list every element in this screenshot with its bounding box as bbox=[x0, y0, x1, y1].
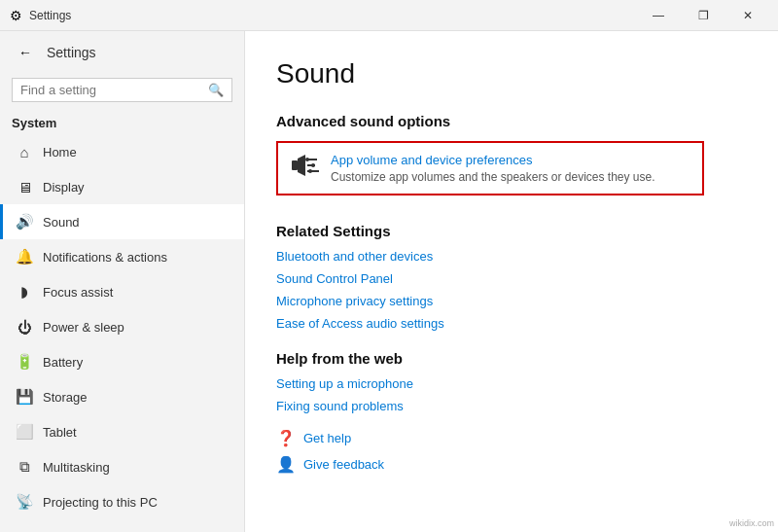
sidebar-top: ← Settings bbox=[0, 31, 244, 74]
watermark: wikidix.com bbox=[729, 518, 774, 528]
sidebar-label-multitasking: Multitasking bbox=[43, 460, 110, 475]
related-link-2[interactable]: Microphone privacy settings bbox=[276, 294, 747, 308]
help-heading: Help from the web bbox=[276, 350, 747, 367]
main-layout: ← Settings 🔍 System ⌂ Home 🖥 Display 🔊 S… bbox=[0, 31, 778, 532]
related-link-1[interactable]: Sound Control Panel bbox=[276, 271, 747, 286]
sidebar-label-power: Power & sleep bbox=[43, 320, 124, 335]
sidebar-item-notifications[interactable]: 🔔 Notifications & actions bbox=[0, 239, 244, 274]
sidebar-icon-tablet: ⬜ bbox=[16, 423, 33, 441]
sidebar-icon-sound: 🔊 bbox=[16, 213, 33, 231]
related-link-3[interactable]: Ease of Access audio settings bbox=[276, 316, 747, 331]
back-button[interactable]: ← bbox=[12, 39, 39, 66]
help-links-container: Setting up a microphoneFixing sound prob… bbox=[276, 376, 747, 413]
sidebar: ← Settings 🔍 System ⌂ Home 🖥 Display 🔊 S… bbox=[0, 31, 245, 532]
sidebar-item-power[interactable]: ⏻ Power & sleep bbox=[0, 309, 244, 344]
bottom-link-icon-1: 👤 bbox=[276, 455, 296, 474]
related-link-0[interactable]: Bluetooth and other devices bbox=[276, 249, 747, 264]
settings-icon: ⚙ bbox=[8, 8, 23, 23]
sidebar-label-notifications: Notifications & actions bbox=[43, 250, 167, 265]
sidebar-label-sound: Sound bbox=[43, 215, 80, 230]
bottom-links: ❓ Get help 👤 Give feedback bbox=[276, 429, 747, 474]
window-controls: — ❐ ✕ bbox=[636, 0, 770, 31]
sidebar-label-home: Home bbox=[43, 145, 77, 160]
bottom-link-item-0[interactable]: ❓ Get help bbox=[276, 429, 747, 447]
related-links-container: Bluetooth and other devicesSound Control… bbox=[276, 249, 747, 331]
svg-point-5 bbox=[311, 163, 315, 167]
sidebar-item-projecting[interactable]: 📡 Projecting to this PC bbox=[0, 484, 244, 519]
system-section-label: System bbox=[0, 110, 244, 134]
restore-button[interactable]: ❐ bbox=[681, 0, 725, 31]
title-bar-title: Settings bbox=[29, 9, 636, 22]
bottom-link-text-1[interactable]: Give feedback bbox=[303, 457, 384, 472]
sidebar-item-tablet[interactable]: ⬜ Tablet bbox=[0, 414, 244, 449]
search-input[interactable] bbox=[20, 83, 202, 97]
app-volume-card[interactable]: App volume and device preferences Custom… bbox=[276, 141, 704, 195]
app-volume-text: App volume and device preferences Custom… bbox=[331, 153, 655, 184]
sidebar-app-title: Settings bbox=[47, 45, 96, 60]
sidebar-label-projecting: Projecting to this PC bbox=[43, 495, 158, 510]
related-settings-heading: Related Settings bbox=[276, 223, 747, 239]
sidebar-label-battery: Battery bbox=[43, 355, 83, 370]
app-volume-desc: Customize app volumes and the speakers o… bbox=[331, 170, 655, 184]
bottom-link-icon-0: ❓ bbox=[276, 429, 296, 447]
sidebar-item-battery[interactable]: 🔋 Battery bbox=[0, 344, 244, 379]
sidebar-item-focus[interactable]: ◗ Focus assist bbox=[0, 274, 244, 309]
sidebar-icon-focus: ◗ bbox=[16, 283, 33, 301]
search-icon[interactable]: 🔍 bbox=[208, 83, 224, 97]
close-button[interactable]: ✕ bbox=[725, 0, 770, 31]
sidebar-label-tablet: Tablet bbox=[43, 425, 77, 440]
sidebar-icon-projecting: 📡 bbox=[16, 493, 33, 511]
page-title: Sound bbox=[276, 58, 747, 89]
svg-marker-1 bbox=[298, 155, 305, 176]
bottom-link-item-1[interactable]: 👤 Give feedback bbox=[276, 455, 747, 474]
sidebar-icon-multitasking: ⧉ bbox=[16, 458, 33, 476]
sidebar-item-sound[interactable]: 🔊 Sound bbox=[0, 204, 244, 239]
sidebar-item-display[interactable]: 🖥 Display bbox=[0, 169, 244, 204]
bottom-link-text-0[interactable]: Get help bbox=[303, 431, 351, 445]
sidebar-label-storage: Storage bbox=[43, 390, 88, 405]
title-bar: ⚙ Settings — ❐ ✕ bbox=[0, 0, 778, 31]
content-area: Sound Advanced sound options App volume … bbox=[245, 31, 778, 532]
sidebar-label-display: Display bbox=[43, 180, 85, 195]
sidebar-items-container: ⌂ Home 🖥 Display 🔊 Sound 🔔 Notifications… bbox=[0, 134, 244, 519]
help-link-0[interactable]: Setting up a microphone bbox=[276, 376, 747, 391]
advanced-sound-heading: Advanced sound options bbox=[276, 113, 747, 129]
app-volume-icon bbox=[292, 155, 319, 181]
sidebar-item-multitasking[interactable]: ⧉ Multitasking bbox=[0, 449, 244, 484]
search-box[interactable]: 🔍 bbox=[12, 78, 232, 102]
svg-point-3 bbox=[305, 158, 309, 161]
sidebar-icon-power: ⏻ bbox=[16, 318, 33, 336]
sidebar-label-focus: Focus assist bbox=[43, 285, 113, 300]
svg-point-7 bbox=[308, 169, 312, 173]
minimize-button[interactable]: — bbox=[636, 0, 681, 31]
sidebar-icon-display: 🖥 bbox=[16, 178, 33, 195]
sidebar-item-home[interactable]: ⌂ Home bbox=[0, 134, 244, 169]
sidebar-icon-storage: 💾 bbox=[16, 388, 33, 406]
sidebar-icon-battery: 🔋 bbox=[16, 353, 33, 371]
sidebar-item-storage[interactable]: 💾 Storage bbox=[0, 379, 244, 414]
app-volume-title: App volume and device preferences bbox=[331, 153, 655, 167]
sidebar-icon-notifications: 🔔 bbox=[16, 248, 33, 266]
help-link-1[interactable]: Fixing sound problems bbox=[276, 399, 747, 413]
svg-rect-0 bbox=[292, 160, 298, 170]
sidebar-icon-home: ⌂ bbox=[16, 143, 33, 160]
